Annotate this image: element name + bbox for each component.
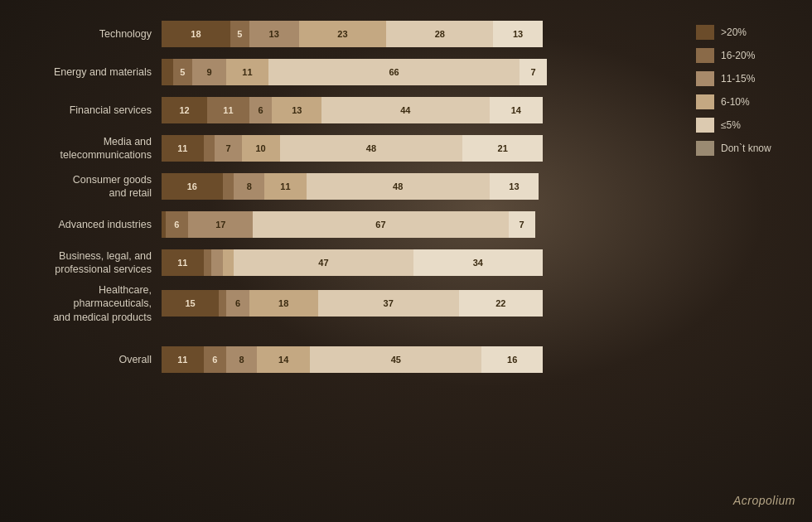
chart-row: Overall1168144516 xyxy=(8,342,679,377)
bar-group: 617677 xyxy=(162,211,543,238)
bar-segment: 48 xyxy=(280,135,463,162)
bar-segment: 13 xyxy=(249,21,299,47)
bar-segment: 67 xyxy=(253,211,508,238)
chart-row: Advanced industries617677 xyxy=(8,207,679,242)
chart-row: Technology18513232813 xyxy=(8,17,679,51)
bar-segment xyxy=(223,173,234,200)
bar-segment: 47 xyxy=(234,249,413,276)
bar-segment: 5 xyxy=(230,21,249,47)
bar-segment: 11 xyxy=(264,173,307,200)
bar-segment: 22 xyxy=(459,290,543,317)
bar-segment: 11 xyxy=(162,135,204,162)
chart-row: Business, legal, andprofessional service… xyxy=(8,245,679,280)
bar-segment xyxy=(204,135,215,162)
bar-segment: 14 xyxy=(257,346,310,373)
bar-group: 18513232813 xyxy=(162,21,543,47)
legend-label: 6-10% xyxy=(721,96,750,108)
bar-group: 12116134414 xyxy=(162,97,543,123)
legend-label: Don`t know xyxy=(721,143,771,154)
bar-segment: 6 xyxy=(166,211,189,238)
chart-row: Healthcare,pharmaceuticals,and medical p… xyxy=(8,283,679,324)
bar-segment: 11 xyxy=(226,59,268,85)
bar-segment: 8 xyxy=(234,173,264,200)
legend-label: ≤5% xyxy=(721,119,741,131)
bar-segment: 13 xyxy=(272,97,321,123)
legend-swatch xyxy=(696,118,714,133)
bar-group: 5911667 xyxy=(162,59,543,85)
legend-swatch xyxy=(696,71,714,86)
bar-segment: 37 xyxy=(318,290,459,317)
bar-segment: 7 xyxy=(520,59,546,85)
row-label: Media andtelecommunications xyxy=(8,135,162,162)
chart-main: Technology18513232813Energy and material… xyxy=(8,17,679,380)
bar-group: 114734 xyxy=(162,249,543,276)
row-label: Healthcare,pharmaceuticals,and medical p… xyxy=(8,283,162,324)
bar-segment: 7 xyxy=(509,211,535,238)
bar-segment: 34 xyxy=(413,249,543,276)
bar-segment: 15 xyxy=(162,290,219,317)
row-label: Overall xyxy=(8,353,162,366)
bar-segment: 44 xyxy=(321,97,489,123)
bar-segment: 45 xyxy=(310,346,481,373)
bar-segment xyxy=(162,59,173,85)
legend-item-16-20: 16-20% xyxy=(696,48,804,63)
bar-segment: 18 xyxy=(249,290,318,317)
bar-segment: 17 xyxy=(188,211,253,238)
row-label: Financial services xyxy=(8,104,162,117)
bar-segment: 66 xyxy=(268,59,520,85)
legend-item-11-15: 11-15% xyxy=(696,71,804,86)
legend-item-le5: ≤5% xyxy=(696,118,804,133)
bar-group: 1168144516 xyxy=(162,346,543,373)
bar-segment: 48 xyxy=(307,173,490,200)
bar-segment xyxy=(204,249,211,276)
bar-segment: 11 xyxy=(207,97,249,123)
legend-panel: >20%16-20%11-15%6-10%≤5%Don`t know xyxy=(679,17,804,161)
bar-segment: 28 xyxy=(386,21,493,47)
row-label: Business, legal, andprofessional service… xyxy=(8,249,162,277)
bar-segment: 13 xyxy=(493,21,543,47)
legend-label: 11-15% xyxy=(721,73,755,85)
bar-segment: 14 xyxy=(490,97,543,123)
row-label: Technology xyxy=(8,27,162,41)
legend-item-6-10: 6-10% xyxy=(696,94,804,109)
bar-segment xyxy=(219,290,226,317)
bar-group: 117104821 xyxy=(162,135,543,162)
bar-group: 168114813 xyxy=(162,173,543,200)
bar-segment: 7 xyxy=(215,135,241,162)
bar-segment xyxy=(223,249,234,276)
legend-label: >20% xyxy=(721,27,747,38)
chart-row: Energy and materials5911667 xyxy=(8,55,679,89)
row-label: Consumer goodsand retail xyxy=(8,173,162,201)
bar-segment: 13 xyxy=(490,173,539,200)
bar-segment: 21 xyxy=(462,135,543,162)
bar-segment: 5 xyxy=(173,59,192,85)
legend-item-dontknow: Don`t know xyxy=(696,141,804,156)
bar-segment: 11 xyxy=(162,346,204,373)
legend-swatch xyxy=(696,141,714,156)
bar-segment: 12 xyxy=(162,97,207,123)
row-label: Advanced industries xyxy=(8,218,162,231)
legend-label: 16-20% xyxy=(721,50,755,61)
legend-swatch xyxy=(696,25,714,40)
bar-segment: 10 xyxy=(242,135,280,162)
bar-segment: 9 xyxy=(192,59,226,85)
bar-group: 156183722 xyxy=(162,290,543,317)
bar-segment: 16 xyxy=(162,173,223,200)
legend-item-gt20: >20% xyxy=(696,25,804,40)
bar-segment: 6 xyxy=(249,97,273,123)
bar-segment: 11 xyxy=(162,249,204,276)
bar-segment: 23 xyxy=(299,21,387,47)
bar-segment: 6 xyxy=(204,346,227,373)
bar-segment: 16 xyxy=(481,346,543,373)
bar-segment: 18 xyxy=(162,21,230,47)
chart-row: Media andtelecommunications117104821 xyxy=(8,131,679,166)
bar-segment: 8 xyxy=(226,346,257,373)
row-label: Energy and materials xyxy=(8,65,162,79)
legend-swatch xyxy=(696,94,714,109)
legend-swatch xyxy=(696,48,714,63)
chart-row: Consumer goodsand retail168114813 xyxy=(8,169,679,204)
chart-container: Technology18513232813Energy and material… xyxy=(0,0,812,522)
bar-segment xyxy=(211,249,223,276)
bar-segment: 6 xyxy=(226,290,249,317)
chart-row: Financial services12116134414 xyxy=(8,93,679,128)
